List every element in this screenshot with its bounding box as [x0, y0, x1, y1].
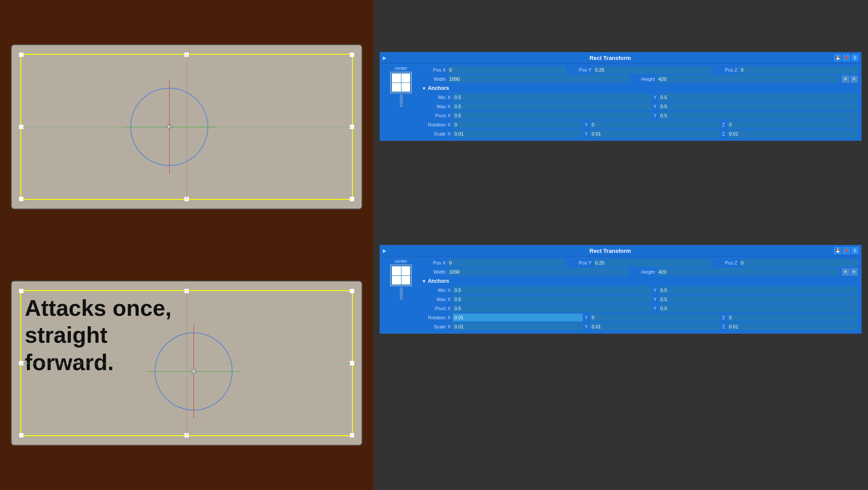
height-reset-btn-2[interactable]: R [851, 268, 858, 275]
pos-row-2: Pos X Pos Y Pos Z [422, 259, 858, 267]
pos-y-input-1[interactable] [593, 66, 712, 74]
pos-z-item-2 [739, 259, 858, 267]
pivot-y-input-2[interactable] [659, 305, 858, 312]
handle-bottom-bottom-left[interactable] [19, 433, 23, 437]
scale-z-axis-2: Z [722, 324, 727, 329]
scale-z-input-2[interactable] [727, 323, 858, 331]
max-x-item-1: X [447, 103, 652, 110]
size-row-1: Width Height R R [422, 75, 858, 83]
handle-bottom-top-right[interactable] [350, 289, 354, 293]
min-x-input-2[interactable] [453, 286, 652, 294]
scale-z-input-1[interactable] [727, 130, 858, 138]
pin-icon-2[interactable]: 📌 [843, 247, 850, 254]
rotation-row-1: Rotation X Y Z [422, 121, 858, 129]
scale-row-1: Scale X Y Z [422, 130, 858, 138]
pos-z-input-2[interactable] [739, 259, 858, 267]
rect-transform-panel-1: ▶ Rect Transform 💾 📌 ☰ center middl [380, 52, 861, 141]
scale-label-1: Scale [422, 131, 446, 136]
width-reset-btn-1[interactable]: R [842, 76, 849, 83]
pos-x-input-2[interactable] [447, 259, 566, 267]
height-input-2[interactable] [657, 268, 838, 276]
max-y-item-1: Y [654, 103, 858, 110]
pivot-x-input-2[interactable] [453, 305, 652, 312]
pos-x-item-1 [447, 66, 566, 74]
min-y-axis-2: Y [654, 288, 658, 293]
size-buttons-2: R R [842, 268, 858, 275]
rot-x-axis-2: X [447, 315, 452, 320]
scale-y-input-2[interactable] [590, 323, 720, 331]
scale-y-input-1[interactable] [590, 130, 720, 138]
handle-bottom-bottom-right[interactable] [350, 433, 354, 437]
anchors-triangle-2[interactable]: ▼ [422, 279, 426, 284]
pivot-x-input-1[interactable] [453, 112, 652, 119]
save-icon-2[interactable]: 💾 [834, 247, 841, 254]
rot-y-item-2: Y [585, 314, 720, 321]
save-icon-1[interactable]: 💾 [834, 54, 841, 61]
collapse-arrow-2[interactable]: ▶ [383, 248, 386, 254]
anchors-triangle-1[interactable]: ▼ [422, 86, 426, 91]
width-input-1[interactable] [447, 75, 629, 83]
max-x-input-2[interactable] [453, 295, 652, 303]
pos-y-label-1: Pos Y [568, 67, 592, 73]
pos-x-input-1[interactable] [447, 66, 566, 74]
scale-x-item-1: X [447, 130, 583, 138]
max-y-input-1[interactable] [659, 103, 858, 110]
scale-y-item-1: Y [585, 130, 720, 138]
header-icons-1: 💾 📌 ☰ [834, 54, 858, 61]
menu-icon-2[interactable]: ☰ [852, 247, 858, 254]
max-y-input-2[interactable] [659, 295, 858, 303]
rect-header-2: ▶ Rect Transform 💾 📌 ☰ [380, 245, 861, 256]
anchors-section-header-2: ▼ Anchors [422, 277, 858, 285]
min-y-input-1[interactable] [659, 93, 858, 101]
rot-x-input-2[interactable] [453, 314, 583, 321]
pos-z-input-1[interactable] [739, 66, 858, 74]
handle-bottom-top-left[interactable] [19, 289, 23, 293]
pivot-row-1: Pivot X Y [422, 112, 858, 119]
pivot-y-input-1[interactable] [659, 112, 858, 119]
handle-top-left[interactable] [19, 53, 23, 57]
collapse-arrow-1[interactable]: ▶ [383, 55, 386, 61]
max-x-input-1[interactable] [453, 103, 652, 110]
pos-z-label-1: Pos Z [713, 67, 737, 73]
pos-x-item-2 [447, 259, 566, 267]
min-x-input-1[interactable] [453, 93, 652, 101]
min-row-2: Min X Y [422, 286, 858, 294]
rot-y-input-1[interactable] [590, 121, 720, 129]
move-icon-bottom: ✳ [190, 366, 197, 377]
rot-y-input-2[interactable] [590, 314, 720, 321]
anchor-widget-2: center middle [384, 259, 418, 331]
height-reset-btn-1[interactable]: R [851, 76, 858, 83]
scale-x-input-2[interactable] [453, 323, 583, 331]
menu-icon-1[interactable]: ☰ [852, 54, 858, 61]
height-input-1[interactable] [657, 75, 838, 83]
pivot-y-item-1: Y [654, 112, 858, 119]
scene-panel-bottom[interactable]: Attacks once, straight forward. ✳ [11, 281, 362, 446]
scene-panel-top[interactable]: ✳ [11, 44, 362, 209]
circle-container-bottom: ✳ [155, 332, 233, 411]
rect-body-2: center middle Pos X [380, 256, 861, 333]
anchor-box-1[interactable] [390, 72, 412, 93]
anchors-section-header-1: ▼ Anchors [422, 84, 858, 92]
rot-x-input-1[interactable] [453, 121, 583, 129]
pos-y-item-1 [593, 66, 712, 74]
anchor-box-2[interactable] [390, 265, 412, 286]
scale-y-axis-2: Y [585, 324, 589, 329]
rot-z-input-2[interactable] [727, 314, 858, 321]
min-y-input-2[interactable] [659, 286, 858, 294]
pos-y-input-2[interactable] [593, 259, 712, 267]
anchor-label-1: center [395, 66, 407, 71]
scene-circle-top: ✳ [130, 88, 208, 166]
handle-bottom-right[interactable] [350, 197, 354, 201]
width-label-2: Width [422, 269, 446, 275]
rect-transform-panel-2: ▶ Rect Transform 💾 📌 ☰ center middl [380, 245, 861, 334]
width-reset-btn-2[interactable]: R [842, 268, 849, 275]
width-input-2[interactable] [447, 268, 629, 276]
scale-x-input-1[interactable] [453, 130, 583, 138]
handle-top-right[interactable] [350, 53, 354, 57]
scale-z-axis-1: Z [722, 131, 727, 136]
size-row-2: Width Height R R [422, 268, 858, 276]
header-icons-2: 💾 📌 ☰ [834, 247, 858, 254]
pin-icon-1[interactable]: 📌 [843, 54, 850, 61]
rot-z-input-1[interactable] [727, 121, 858, 129]
handle-bottom-left[interactable] [19, 197, 23, 201]
